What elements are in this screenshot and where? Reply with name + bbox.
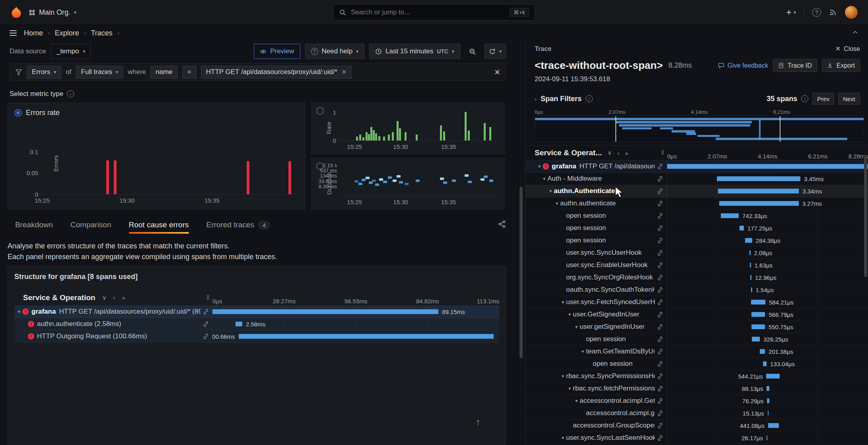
span-row[interactable]: ▾ authn.authenticate 3.27ms <box>525 197 868 210</box>
span-row[interactable]: ▾ rbac.sync.SyncPermissionsHook 544.21μs <box>525 370 868 383</box>
link-icon[interactable] <box>655 312 667 318</box>
tab[interactable]: Root cause errors <box>129 216 189 234</box>
share-icon[interactable] <box>498 220 506 230</box>
trace-scrollbar-thumb[interactable] <box>864 155 867 277</box>
grafana-logo-icon[interactable] <box>10 6 22 18</box>
new-menu-button[interactable]: + ▾ <box>786 7 796 18</box>
expand-icon[interactable]: › <box>617 150 619 156</box>
expand-chevron-icon[interactable]: ▾ <box>547 188 554 194</box>
filter-operator[interactable]: = <box>182 66 197 79</box>
span-row[interactable]: ▾ grafana HTTP GET /api/datasources/pr <box>525 160 868 173</box>
filter-value[interactable]: HTTP GET /api/datasources/proxy/uid/:uid… <box>201 66 352 79</box>
link-icon[interactable] <box>655 275 667 281</box>
span-filters-label[interactable]: Span Filters <box>541 95 582 103</box>
link-icon[interactable] <box>655 250 667 256</box>
link-icon[interactable] <box>655 398 667 404</box>
preview-button[interactable]: Preview <box>254 44 300 59</box>
breadcrumb-item[interactable]: Explore <box>55 29 79 37</box>
prev-span-button[interactable]: Prev <box>812 93 834 105</box>
minimap-viewport-handle-right[interactable] <box>780 116 780 142</box>
refresh-button[interactable]: ▾ <box>485 44 506 59</box>
link-icon[interactable] <box>655 410 667 416</box>
link-icon[interactable] <box>200 309 212 315</box>
span-row[interactable]: ▾ open session 326.25μs <box>525 333 868 345</box>
span-row[interactable]: ▾ open session 284.38μs <box>525 234 868 247</box>
link-icon[interactable] <box>655 299 667 305</box>
link-icon[interactable] <box>655 238 667 244</box>
scroll-to-top-button[interactable]: ↑ <box>476 416 481 427</box>
link-icon[interactable] <box>655 287 667 293</box>
minimap-canvas[interactable] <box>535 116 864 142</box>
link-icon[interactable] <box>200 334 212 340</box>
info-icon[interactable] <box>586 95 593 102</box>
clear-filters-icon[interactable]: ✕ <box>494 68 500 77</box>
search-input[interactable]: Search or jump to... ⌘+k <box>333 4 535 21</box>
column-drag-handle[interactable]: ‖ <box>206 294 212 301</box>
expand-chevron-icon[interactable]: ▾ <box>560 435 566 441</box>
link-icon[interactable] <box>655 423 667 429</box>
link-icon[interactable] <box>655 361 667 367</box>
expand-chevron-icon[interactable]: ▾ <box>573 398 580 404</box>
remove-filter-icon[interactable]: ✕ <box>342 68 347 76</box>
expand-chevron-icon[interactable]: ▾ <box>541 176 547 182</box>
zoom-out-button[interactable] <box>465 44 480 59</box>
filter-primary-select[interactable]: Errors ▾ <box>27 66 61 79</box>
trace-id-button[interactable]: Trace ID <box>773 59 817 72</box>
news-rss-icon[interactable] <box>829 8 837 16</box>
structure-row[interactable]: ▾ authn.authenticate (2.58ms) 2.58ms <box>14 318 499 330</box>
datasource-picker[interactable]: _tempo ▾ <box>51 44 91 59</box>
expand-chevron-icon[interactable]: ▾ <box>580 349 586 354</box>
structure-row[interactable]: ▾ grafana HTTP GET /api/datasources/prox… <box>14 306 499 318</box>
next-span-button[interactable]: Next <box>838 93 860 105</box>
link-icon[interactable] <box>655 373 667 379</box>
give-feedback-link[interactable]: Give feedback <box>718 62 768 69</box>
link-icon[interactable] <box>655 164 667 170</box>
link-icon[interactable] <box>655 386 667 392</box>
info-icon[interactable] <box>801 95 808 102</box>
expand-span-filters-icon[interactable]: › <box>535 96 537 102</box>
link-icon[interactable] <box>655 225 667 231</box>
collapse-all-icon[interactable]: ∨ <box>102 294 107 301</box>
link-icon[interactable] <box>655 435 667 441</box>
export-button[interactable]: Export <box>822 59 860 72</box>
expand-chevron-icon[interactable]: ▾ <box>536 164 543 169</box>
expand-chevron-icon[interactable]: ▾ <box>16 309 22 314</box>
link-icon[interactable] <box>655 262 667 268</box>
span-row[interactable]: ▾ open session 742.33μs <box>525 210 868 222</box>
span-row[interactable]: ▾ accesscontrol.GroupScopesBy 441.08μs <box>525 420 868 432</box>
span-row[interactable]: ▾ authn.Authenticate 3.34ms <box>525 185 868 197</box>
link-icon[interactable] <box>655 324 667 330</box>
expand-chevron-icon[interactable]: ▾ <box>560 299 566 305</box>
expand-icon[interactable]: › <box>113 294 115 301</box>
time-range-picker[interactable]: Last 15 minutes UTC ▾ <box>369 44 460 59</box>
info-icon[interactable] <box>67 90 74 98</box>
span-row[interactable]: ▾ team.GetTeamIDsByUser 201.38μs <box>525 345 868 358</box>
left-scrollbar-thumb[interactable] <box>520 187 523 358</box>
org-switcher[interactable]: Main Org. ▾ <box>29 8 76 17</box>
link-icon[interactable] <box>655 188 667 194</box>
filter-traces-type-select[interactable]: Full traces ▾ <box>76 66 123 79</box>
span-row[interactable]: ▾ open session 133.04μs <box>525 358 868 370</box>
expand-chevron-icon[interactable]: ▾ <box>554 201 560 206</box>
span-row[interactable]: ▾ user.getSignedInUser 550.75μs <box>525 321 868 333</box>
span-row[interactable]: ▾ user.sync.SyncUserHook 2.08μs <box>525 247 868 259</box>
errors-rate-radio[interactable] <box>14 109 22 117</box>
rate-radio[interactable] <box>316 107 324 115</box>
expand-chevron-icon[interactable]: ▾ <box>566 386 573 391</box>
link-icon[interactable] <box>655 349 667 355</box>
collapse-all-icon[interactable]: ∨ <box>607 149 612 156</box>
filter-field[interactable]: name <box>150 66 178 79</box>
structure-row[interactable]: ▾ HTTP Outgoing Request (100.66ms) 100.6… <box>14 330 499 343</box>
link-icon[interactable] <box>655 201 667 207</box>
span-row[interactable]: ▾ rbac.sync.fetchPermissions 88.13μs <box>525 383 868 395</box>
span-row[interactable]: ▾ open session 177.25μs <box>525 222 868 234</box>
breadcrumb-item[interactable]: Traces <box>91 29 112 37</box>
span-row[interactable]: ▾ user.GetSignedInUser 566.79μs <box>525 308 868 321</box>
span-row[interactable]: ▾ oauth.sync.SyncOauthTokenHook 1.54μs <box>525 284 868 296</box>
tab[interactable]: Errored traces 4 <box>206 216 271 234</box>
span-row[interactable]: ▾ accesscontrol.acimpl.GetUse 76.29μs <box>525 395 868 407</box>
span-row[interactable]: ▾ Auth - Middleware 3.45ms <box>525 173 868 185</box>
link-icon[interactable] <box>200 321 212 327</box>
span-row[interactable]: ▾ org.sync.SyncOrgRolesHook 12.96μs <box>525 271 868 284</box>
expand-chevron-icon[interactable]: ▾ <box>573 324 580 330</box>
